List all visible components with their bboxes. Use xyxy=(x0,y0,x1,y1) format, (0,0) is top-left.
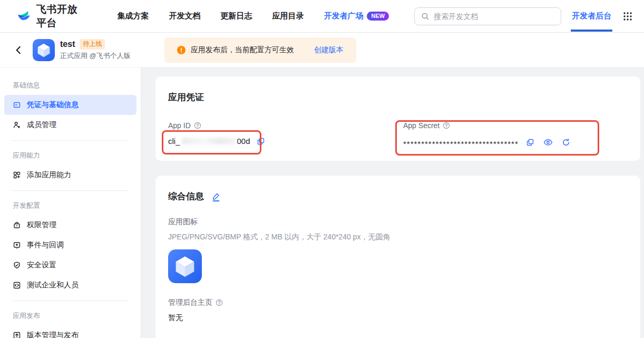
new-badge: NEW xyxy=(367,12,389,21)
app-grid-icon[interactable] xyxy=(623,12,632,21)
body: 基础信息 凭证与基础信息 成员管理 应用能力 xyxy=(0,67,644,338)
add-capability-icon xyxy=(13,171,21,179)
sidebar-item-security[interactable]: 安全设置 xyxy=(4,255,136,275)
app-id-prefix: cli_ xyxy=(168,137,180,146)
admin-homepage-value: 暂无 xyxy=(168,313,628,323)
general-info-card: 综合信息 应用图标 JPEG/PNG/SVG/BMP 格式，2 MB 以内，大于… xyxy=(155,176,640,338)
admin-homepage-label: 管理后台主页 xyxy=(168,298,212,307)
sidebar-item-test-users[interactable]: 测试企业和人员 xyxy=(4,275,136,295)
top-navbar: 飞书开放平台 集成方案 开发文档 更新日志 应用目录 开发者广场 NEW 开发者… xyxy=(0,0,644,33)
sidebar-item-label: 事件与回调 xyxy=(27,240,64,250)
sidebar-item-add-capability[interactable]: 添加应用能力 xyxy=(4,165,136,185)
help-icon[interactable] xyxy=(194,122,201,129)
credentials-card: 应用凭证 App ID cli_00d xyxy=(155,76,640,161)
app-name: test xyxy=(60,40,75,49)
nav-item-app-directory[interactable]: 应用目录 xyxy=(272,11,304,21)
divider xyxy=(13,140,128,141)
divider xyxy=(13,190,128,191)
sidebar-item-label: 添加应用能力 xyxy=(27,170,71,180)
sidebar-item-credentials[interactable]: 凭证与基础信息 xyxy=(4,95,136,115)
search-input[interactable] xyxy=(434,12,554,21)
credential-card-icon xyxy=(13,101,21,109)
help-icon[interactable] xyxy=(216,299,223,306)
app-meta: test 待上线 正式应用 @飞书个人版 xyxy=(60,39,131,61)
status-badge: 待上线 xyxy=(80,39,105,50)
publish-notice: 应用发布后，当前配置方可生效 创建版本 xyxy=(164,37,356,63)
sidebar-section-basic-info: 基础信息 xyxy=(0,76,141,95)
feishu-logo-icon xyxy=(16,8,32,24)
sidebar-item-label: 权限管理 xyxy=(27,220,56,230)
nav-item-integration[interactable]: 集成方案 xyxy=(117,11,149,21)
sidebar-item-label: 成员管理 xyxy=(27,120,56,130)
sidebar-section-release: 应用发布 xyxy=(0,306,141,325)
app-header-bar: test 待上线 正式应用 @飞书个人版 应用发布后，当前配置方可生效 创建版本 xyxy=(0,33,644,67)
sidebar-item-version-release[interactable]: 版本管理与发布 xyxy=(4,325,136,338)
edit-pencil-icon[interactable] xyxy=(211,191,221,202)
app-secret-label: App Secret xyxy=(403,121,440,130)
reveal-secret-eye-icon[interactable] xyxy=(543,138,553,147)
sidebar-item-events[interactable]: 事件与回调 xyxy=(4,235,136,255)
tab-developer-console-label: 开发者后台 xyxy=(572,11,611,20)
copy-app-id-button[interactable] xyxy=(257,137,265,146)
app-id-redacted xyxy=(182,138,236,144)
nav-item-changelog[interactable]: 更新日志 xyxy=(220,11,252,21)
page: 飞书开放平台 集成方案 开发文档 更新日志 应用目录 开发者广场 NEW 开发者… xyxy=(0,0,644,338)
active-tab-underline xyxy=(571,30,612,32)
sidebar: 基础信息 凭证与基础信息 成员管理 应用能力 xyxy=(0,67,141,338)
regenerate-secret-refresh-icon[interactable] xyxy=(562,138,570,147)
brand-name: 飞书开放平台 xyxy=(36,3,80,30)
nav-item-docs[interactable]: 开发文档 xyxy=(169,11,200,21)
warning-icon xyxy=(177,46,186,54)
main-content: 应用凭证 App ID cli_00d xyxy=(141,67,644,338)
create-version-link[interactable]: 创建版本 xyxy=(314,45,344,55)
sidebar-section-capabilities: 应用能力 xyxy=(0,146,141,165)
divider xyxy=(13,301,128,301)
app-icon-label: 应用图标 xyxy=(168,217,628,227)
sidebar-item-permissions[interactable]: 权限管理 xyxy=(4,215,136,235)
publish-arrow-icon xyxy=(13,331,21,338)
sidebar-item-label: 测试企业和人员 xyxy=(27,281,79,290)
back-button[interactable] xyxy=(14,45,23,55)
app-subtitle: 正式应用 @飞书个人版 xyxy=(60,51,131,61)
sidebar-item-members[interactable]: 成员管理 xyxy=(4,115,136,135)
member-add-icon xyxy=(13,121,21,129)
nav-item-marketplace-label: 开发者广场 xyxy=(324,11,363,21)
app-icon-hint: JPEG/PNG/SVG/BMP 格式，2 MB 以内，大于 240*240 p… xyxy=(168,233,628,242)
nav-menu: 集成方案 开发文档 更新日志 应用目录 开发者广场 NEW xyxy=(117,11,389,21)
sidebar-item-label: 凭证与基础信息 xyxy=(27,100,79,110)
help-icon[interactable] xyxy=(443,122,450,129)
general-info-title: 综合信息 xyxy=(168,190,204,202)
sidebar-section-dev-config: 开发配置 xyxy=(0,196,141,215)
tab-developer-console[interactable]: 开发者后台 xyxy=(572,1,611,32)
security-shield-icon xyxy=(13,261,21,269)
copy-app-secret-button[interactable] xyxy=(526,138,534,147)
search-box[interactable] xyxy=(414,7,561,25)
test-code-icon xyxy=(13,281,21,289)
event-callback-icon xyxy=(13,241,21,249)
sidebar-item-label: 安全设置 xyxy=(27,260,56,270)
credentials-card-title: 应用凭证 xyxy=(168,91,628,103)
app-icon xyxy=(33,39,55,61)
app-icon-preview[interactable] xyxy=(168,249,202,283)
search-icon xyxy=(421,12,430,21)
sidebar-item-label: 版本管理与发布 xyxy=(27,331,79,338)
app-id-suffix: 00d xyxy=(237,137,250,146)
brand-logo[interactable]: 飞书开放平台 xyxy=(16,3,80,30)
app-id-label: App ID xyxy=(168,121,191,130)
app-secret-masked: ******************************** xyxy=(403,137,519,148)
permission-lock-icon xyxy=(13,221,21,229)
notice-text: 应用发布后，当前配置方可生效 xyxy=(191,45,294,55)
nav-item-marketplace[interactable]: 开发者广场 NEW xyxy=(324,11,389,21)
